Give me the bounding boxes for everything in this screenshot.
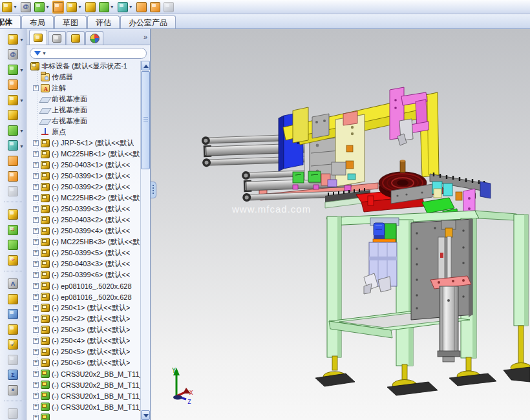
move-component-dropdown-icon[interactable]: ▼ xyxy=(78,5,82,9)
tab-featuremanager-design-tree[interactable] xyxy=(29,30,47,45)
spell-checker-button[interactable]: A xyxy=(2,277,24,290)
scroll-down-button[interactable] xyxy=(141,410,150,420)
linear-component-pattern-button[interactable]: ▼ xyxy=(2,63,24,76)
hole-alignment-button[interactable]: + xyxy=(2,254,24,267)
commandmanager-tab-1[interactable]: 装配体 xyxy=(0,15,21,28)
expand-icon[interactable] xyxy=(33,162,39,168)
tree-item[interactable]: 注解 xyxy=(26,83,140,94)
expand-icon[interactable] xyxy=(33,173,39,179)
linear-component-pattern-dropdown-icon[interactable]: ▼ xyxy=(45,5,50,9)
tree-item[interactable]: (-) 250-0399<1> (默认<< xyxy=(26,171,140,182)
more-commands-button[interactable]: » xyxy=(2,384,24,397)
measure-button[interactable] xyxy=(2,293,24,306)
mate-button[interactable]: @ xyxy=(20,1,32,14)
commandmanager-tab-2[interactable]: 布局 xyxy=(21,16,54,28)
expand-icon[interactable] xyxy=(33,261,39,267)
tree-item[interactable]: (-) 250-0399<5> (默认<< xyxy=(26,247,140,258)
scrollbar-thumb[interactable] xyxy=(141,71,150,169)
tree-item[interactable]: 传感器 xyxy=(26,72,140,83)
tree-item[interactable]: (-) 250-0399<6> (默认<< xyxy=(26,269,140,280)
commandmanager-tab-3[interactable]: 草图 xyxy=(54,16,87,28)
smart-fasteners-button[interactable] xyxy=(2,79,24,92)
expand-icon[interactable] xyxy=(33,360,39,366)
assembly-features-button[interactable]: ▼ xyxy=(98,1,115,14)
insert-components-button[interactable]: ▼ xyxy=(1,1,18,14)
reference-geometry-dropdown-icon[interactable]: ▼ xyxy=(19,144,24,149)
expand-icon[interactable] xyxy=(33,415,39,420)
expand-icon[interactable] xyxy=(33,404,39,410)
reference-geometry-button[interactable]: ▼ xyxy=(117,1,134,14)
linear-component-pattern-dropdown-icon[interactable]: ▼ xyxy=(19,68,24,72)
tree-item[interactable]: 右视基准面 xyxy=(26,116,140,127)
scroll-up-button[interactable] xyxy=(141,61,150,70)
tree-item[interactable]: (-) 250-0399<4> (默认<< xyxy=(26,226,140,236)
expand-icon[interactable] xyxy=(33,393,39,399)
tree-scrollbar[interactable] xyxy=(140,61,150,420)
tree-item[interactable]: 非标设备 (默认<显示状态-1 xyxy=(26,61,140,72)
exploded-view-button[interactable] xyxy=(163,1,175,14)
assembly-model[interactable]: Y X Z xyxy=(151,29,530,420)
tree-filter-box[interactable]: ▼ xyxy=(30,48,147,59)
expand-icon[interactable] xyxy=(33,338,39,344)
tree-item[interactable]: (-) CRS3U20x2_BB_M_T11_ xyxy=(26,368,140,379)
smart-components-button[interactable] xyxy=(2,209,24,222)
tab-configuration-manager[interactable] xyxy=(67,31,85,45)
move-component-button[interactable]: ▼ xyxy=(66,1,83,14)
sensor-button[interactable] xyxy=(2,323,24,336)
expand-icon[interactable] xyxy=(33,371,39,377)
tree-item[interactable]: (-) 250<1> (默认<<默认> xyxy=(26,302,140,313)
mate-button[interactable]: @ xyxy=(2,48,24,61)
tree-item[interactable]: 上视基准面 xyxy=(26,105,140,116)
expand-icon[interactable] xyxy=(33,283,39,289)
expand-icon[interactable] xyxy=(33,85,39,91)
expand-icon[interactable] xyxy=(33,327,39,333)
tree-item[interactable]: (-) 250<4> (默认<<默认> xyxy=(26,335,140,346)
expand-icon[interactable] xyxy=(33,250,39,256)
expand-icon[interactable] xyxy=(33,140,39,146)
show-hidden-components-button[interactable] xyxy=(2,109,24,122)
expand-icon[interactable] xyxy=(33,349,39,355)
show-hidden-components-button[interactable] xyxy=(85,1,96,14)
tree-item[interactable]: (-) 250<2> (默认<<默认> xyxy=(26,313,140,324)
tree-item[interactable]: (-) 250-0399<2> (默认<< xyxy=(26,182,140,193)
reference-geometry-dropdown-icon[interactable]: ▼ xyxy=(129,5,133,9)
clearance-verification-button[interactable] xyxy=(2,239,24,252)
assembly-features-dropdown-icon[interactable]: ▼ xyxy=(19,129,24,133)
expand-icon[interactable] xyxy=(33,151,39,157)
panel-splitter-handle[interactable] xyxy=(151,182,156,198)
expand-icon[interactable] xyxy=(33,272,39,278)
new-motion-study-button[interactable] xyxy=(136,1,147,14)
tree-item[interactable]: (-) CRS3U20x2_BB_M_T11_ xyxy=(26,379,140,390)
expand-icon[interactable] xyxy=(33,206,39,212)
reference-geometry-button[interactable]: ▼ xyxy=(2,140,24,152)
move-component-dropdown-icon[interactable]: ▼ xyxy=(19,98,24,103)
commandmanager-tab-4[interactable]: 评估 xyxy=(87,16,120,28)
graphics-viewport[interactable]: Y X Z www.mfcad.com xyxy=(151,29,530,420)
tab-property-manager[interactable] xyxy=(48,31,66,45)
tree-item[interactable]: (-) JRP-5<1> (默认<<默认 xyxy=(26,138,140,149)
linear-component-pattern-button[interactable]: ▼ xyxy=(34,1,50,14)
commandmanager-tab-5[interactable]: 办公室产品 xyxy=(120,16,176,28)
tree-item[interactable]: (-) MC225HB<3> (默认<<默 xyxy=(26,236,140,247)
tree-item[interactable]: (-) 250-0403<1> (默认<< xyxy=(26,160,140,171)
filter-dropdown-icon[interactable]: ▼ xyxy=(42,51,47,56)
tree-item[interactable]: (-) 250-0399<3> (默认<< xyxy=(26,204,140,215)
tree-item[interactable]: (-) 250-0403<3> (默认<< xyxy=(26,258,140,269)
tree-item[interactable] xyxy=(26,412,140,420)
expand-icon[interactable] xyxy=(33,316,39,322)
expand-icon[interactable] xyxy=(33,239,39,245)
panel-tab-overflow[interactable]: » xyxy=(143,33,147,41)
expand-icon[interactable] xyxy=(33,305,39,311)
insert-components-dropdown-icon[interactable]: ▼ xyxy=(19,37,24,42)
tree-item[interactable]: (-) MC225HB<1> (默认<<默 xyxy=(26,149,140,160)
equations-button[interactable]: Σ xyxy=(2,369,24,382)
tree-item[interactable]: (-) 250-0403<2> (默认<< xyxy=(26,215,140,226)
toolbar-overflow-button[interactable] xyxy=(2,407,24,420)
tree-item[interactable]: (-) 250<5> (默认<<默认> xyxy=(26,346,140,357)
performance-evaluation-button[interactable] xyxy=(2,353,24,366)
tree-item[interactable]: (-) 250<6> (默认<<默认> xyxy=(26,357,140,368)
move-component-button[interactable]: ▼ xyxy=(2,94,24,107)
exploded-view-button[interactable] xyxy=(2,185,24,198)
check-active-document-button[interactable]: ✓ xyxy=(2,339,24,352)
insert-components-button[interactable]: ▼ xyxy=(2,33,24,46)
